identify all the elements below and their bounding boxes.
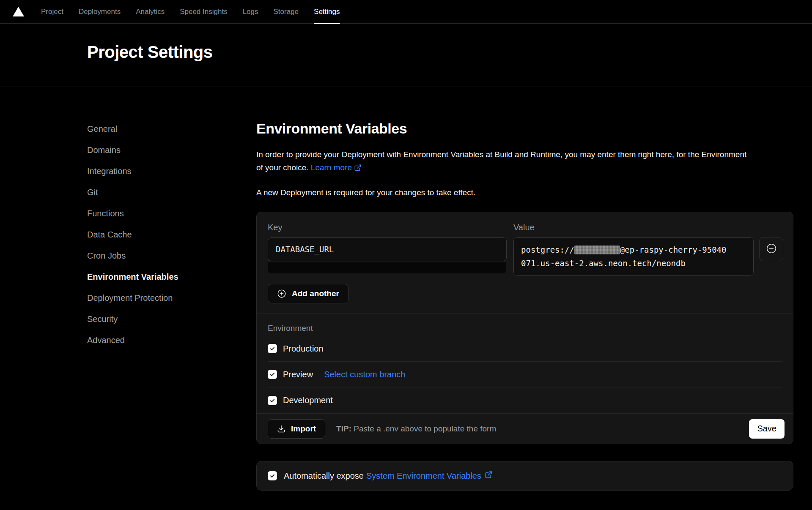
redacted-secret bbox=[574, 245, 620, 254]
add-another-label: Add another bbox=[292, 289, 339, 298]
nav-item-analytics[interactable]: Analytics bbox=[136, 0, 165, 24]
sidebar-item-domains[interactable]: Domains bbox=[87, 144, 256, 156]
sidebar-item-data-cache[interactable]: Data Cache bbox=[87, 229, 256, 241]
deployment-note: A new Deployment is required for your ch… bbox=[256, 188, 793, 197]
sidebar-item-deployment-protection[interactable]: Deployment Protection bbox=[87, 292, 256, 304]
auto-expose-text: Automatically expose bbox=[284, 471, 364, 481]
checkbox-development[interactable] bbox=[268, 396, 277, 405]
external-link-icon bbox=[485, 471, 493, 481]
sidebar-item-advanced[interactable]: Advanced bbox=[87, 334, 256, 346]
tip-text: Paste a .env above to populate the form bbox=[351, 424, 496, 433]
sidebar-item-git[interactable]: Git bbox=[87, 186, 256, 199]
vercel-logo-icon[interactable] bbox=[13, 7, 24, 16]
sidebar-item-functions[interactable]: Functions bbox=[87, 207, 256, 220]
nav-item-logs[interactable]: Logs bbox=[243, 0, 258, 24]
main-panel: Environment Variables In order to provid… bbox=[256, 120, 793, 491]
nav-item-settings[interactable]: Settings bbox=[314, 0, 340, 24]
env-vars-description: In order to provide your Deployment with… bbox=[256, 148, 793, 175]
content: General Domains Integrations Git Functio… bbox=[0, 87, 812, 491]
sidebar-item-security[interactable]: Security bbox=[87, 313, 256, 325]
page-header: Project Settings bbox=[0, 24, 812, 87]
value-input[interactable]: postgres://@ep-raspy-cherry-95040 071.us… bbox=[513, 237, 754, 275]
save-button[interactable]: Save bbox=[749, 419, 785, 439]
key-label: Key bbox=[268, 222, 507, 232]
learn-more-link[interactable]: Learn more bbox=[311, 163, 352, 172]
env-vars-heading: Environment Variables bbox=[256, 120, 793, 137]
key-input[interactable]: DATABASE_URL bbox=[268, 237, 507, 261]
env-row-preview: Preview Select custom branch bbox=[268, 362, 782, 387]
download-icon bbox=[277, 425, 285, 433]
auto-expose-card: Automatically expose System Environment … bbox=[256, 461, 793, 491]
nav-item-project[interactable]: Project bbox=[41, 0, 63, 24]
description-line2: of your choice. bbox=[256, 163, 309, 172]
check-icon bbox=[269, 473, 275, 479]
production-label: Production bbox=[283, 344, 324, 354]
value-label: Value bbox=[513, 222, 754, 232]
value-host-part2: 071.us-east-2.aws.neon.tech/neondb bbox=[521, 256, 746, 270]
nav-item-deployments[interactable]: Deployments bbox=[79, 0, 121, 24]
select-custom-branch-link[interactable]: Select custom branch bbox=[324, 370, 405, 379]
checkbox-production[interactable] bbox=[268, 344, 277, 353]
sidebar-item-environment-variables[interactable]: Environment Variables bbox=[87, 271, 256, 283]
env-row-development: Development bbox=[268, 387, 782, 413]
env-form-card: Key DATABASE_URL Value postgres://@ep-ra… bbox=[256, 212, 793, 444]
value-host-part1: @ep-raspy-cherry-95040 bbox=[620, 245, 727, 254]
minus-circle-icon bbox=[766, 243, 777, 255]
import-button[interactable]: Import bbox=[268, 419, 325, 439]
remove-row-button[interactable] bbox=[759, 237, 783, 261]
add-another-button[interactable]: Add another bbox=[268, 284, 348, 303]
development-label: Development bbox=[283, 395, 333, 405]
env-row-production: Production bbox=[268, 336, 782, 362]
description-line1: In order to provide your Deployment with… bbox=[256, 148, 793, 161]
check-icon bbox=[269, 398, 275, 404]
checkbox-preview[interactable] bbox=[268, 370, 277, 379]
checkbox-auto-expose[interactable] bbox=[268, 471, 277, 480]
page-title: Project Settings bbox=[87, 43, 213, 62]
environment-section: Environment Production Pr bbox=[257, 314, 793, 413]
nav-item-speed-insights[interactable]: Speed Insights bbox=[180, 0, 227, 24]
settings-sidebar: General Domains Integrations Git Functio… bbox=[87, 120, 256, 491]
tip-bold: TIP: bbox=[336, 424, 351, 433]
key-input-extra-row[interactable] bbox=[268, 262, 506, 273]
sidebar-item-general[interactable]: General bbox=[87, 123, 256, 135]
system-env-vars-link[interactable]: System Environment Variables bbox=[366, 471, 481, 481]
nav-item-storage[interactable]: Storage bbox=[274, 0, 299, 24]
sidebar-item-cron-jobs[interactable]: Cron Jobs bbox=[87, 250, 256, 262]
value-prefix: postgres:// bbox=[521, 245, 574, 254]
import-tip: TIP: Paste a .env above to populate the … bbox=[336, 424, 496, 434]
top-nav: Project Deployments Analytics Speed Insi… bbox=[0, 0, 812, 24]
check-icon bbox=[269, 346, 275, 352]
plus-circle-icon bbox=[277, 289, 286, 298]
import-label: Import bbox=[291, 424, 316, 434]
key-value-row: Key DATABASE_URL Value postgres://@ep-ra… bbox=[257, 212, 793, 275]
check-icon bbox=[269, 371, 275, 377]
external-link-icon bbox=[354, 162, 362, 175]
environment-label: Environment bbox=[268, 323, 782, 333]
card-footer: Import TIP: Paste a .env above to popula… bbox=[257, 413, 793, 444]
sidebar-item-integrations[interactable]: Integrations bbox=[87, 165, 256, 177]
preview-label: Preview bbox=[283, 370, 313, 379]
